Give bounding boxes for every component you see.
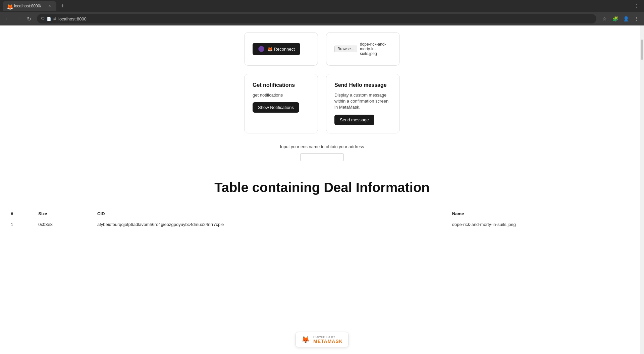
- ens-section: Input your ens name to obtain your addre…: [0, 133, 644, 167]
- reload-button[interactable]: ↻: [24, 14, 34, 23]
- bookmark-button[interactable]: ☆: [600, 14, 609, 23]
- reconnect-card: 🦊 🦊 Reconnect: [244, 32, 318, 66]
- hello-card-desc: Display a custom message within a confir…: [334, 92, 391, 111]
- address-bar[interactable]: 🛡 📄 ⇄ localhost:8000: [37, 14, 596, 23]
- table-header-row: # Size CID Name: [7, 209, 637, 219]
- browser-tab[interactable]: 🦊 localhost:8000/ ×: [3, 1, 56, 11]
- col-header-cid: CID: [93, 209, 448, 219]
- menu-button[interactable]: ⋮: [632, 14, 641, 23]
- cell-cid: afybeidfburqqjotp6adlavbmh6ro4gieozgpoyu…: [93, 219, 448, 230]
- scrollbar-thumb[interactable]: [641, 40, 643, 60]
- toolbar-row: ← → ↻ 🛡 📄 ⇄ localhost:8000 ☆ 🧩 👤 ⋮: [0, 12, 644, 25]
- file-card: Browse... dope-rick-and-morty-in-suits.j…: [326, 32, 400, 66]
- browse-button[interactable]: Browse...: [334, 46, 357, 52]
- file-input-row: Browse... dope-rick-and-morty-in-suits.j…: [334, 42, 391, 56]
- browser-chrome: 🦊 localhost:8000/ × + ⋮ ← → ↻ 🛡 📄 ⇄ loca…: [0, 0, 644, 25]
- page-icon: 📄: [47, 17, 51, 21]
- tab-close-button[interactable]: ×: [47, 3, 52, 9]
- shield-icon: 🛡: [41, 17, 45, 21]
- cell-name: dope-rick-and-morty-in-suits.jpeg: [448, 219, 637, 230]
- tab-favicon: 🦊: [7, 4, 11, 8]
- extensions-button[interactable]: 🧩: [610, 14, 620, 23]
- send-message-button[interactable]: Send message: [334, 115, 374, 125]
- window-controls: ⋮: [634, 3, 639, 9]
- deal-table: # Size CID Name 1 0x03e8 afybeidfburqqjo…: [7, 209, 637, 230]
- hello-card-title: Send Hello message: [334, 82, 391, 88]
- col-header-name: Name: [448, 209, 637, 219]
- table-row: 1 0x03e8 afybeidfburqqjotp6adlavbmh6ro4g…: [7, 219, 637, 230]
- profile-button[interactable]: 👤: [621, 14, 631, 23]
- cell-num: 1: [7, 219, 34, 230]
- file-name-label: dope-rick-and-morty-in-suits.jpeg: [360, 42, 391, 56]
- show-notifications-button[interactable]: Show Notifications: [253, 102, 299, 113]
- address-text: localhost:8000: [58, 16, 87, 21]
- col-header-size: Size: [34, 209, 93, 219]
- new-tab-button[interactable]: +: [58, 1, 67, 11]
- reconnect-button[interactable]: 🦊 🦊 Reconnect: [253, 43, 300, 55]
- table-header: # Size CID Name: [7, 209, 637, 219]
- hello-card: Send Hello message Display a custom mess…: [326, 74, 400, 133]
- table-section: Table containing Deal Information # Size…: [0, 167, 644, 236]
- ens-input[interactable]: [300, 153, 344, 161]
- notif-card-title: Get notifications: [253, 82, 310, 88]
- notifications-card: Get notifications get notifications Show…: [244, 74, 318, 133]
- top-cards-section: 🦊 🦊 Reconnect Browse... dope-rick-and-mo…: [0, 25, 644, 66]
- reconnect-label: 🦊 Reconnect: [267, 47, 295, 52]
- metamask-fox-icon: 🦊: [258, 46, 265, 52]
- redirect-icon: ⇄: [53, 17, 56, 21]
- notif-card-desc: get notifications: [253, 92, 310, 98]
- col-header-num: #: [7, 209, 34, 219]
- svg-point-0: [258, 46, 264, 52]
- cards-row-2: Get notifications get notifications Show…: [0, 66, 644, 133]
- scrollbar-area[interactable]: [640, 25, 644, 327]
- table-body: 1 0x03e8 afybeidfburqqjotp6adlavbmh6ro4g…: [7, 219, 637, 230]
- tab-bar: 🦊 localhost:8000/ × + ⋮: [0, 0, 644, 12]
- forward-button[interactable]: →: [13, 14, 23, 23]
- back-button[interactable]: ←: [3, 14, 12, 23]
- toolbar-end: ☆ 🧩 👤 ⋮: [600, 14, 641, 23]
- page-content: 🦊 🦊 Reconnect Browse... dope-rick-and-mo…: [0, 25, 644, 327]
- tab-title: localhost:8000/: [14, 4, 44, 8]
- ens-label: Input your ens name to obtain your addre…: [280, 144, 364, 149]
- table-heading: Table containing Deal Information: [7, 180, 637, 195]
- cell-size: 0x03e8: [34, 219, 93, 230]
